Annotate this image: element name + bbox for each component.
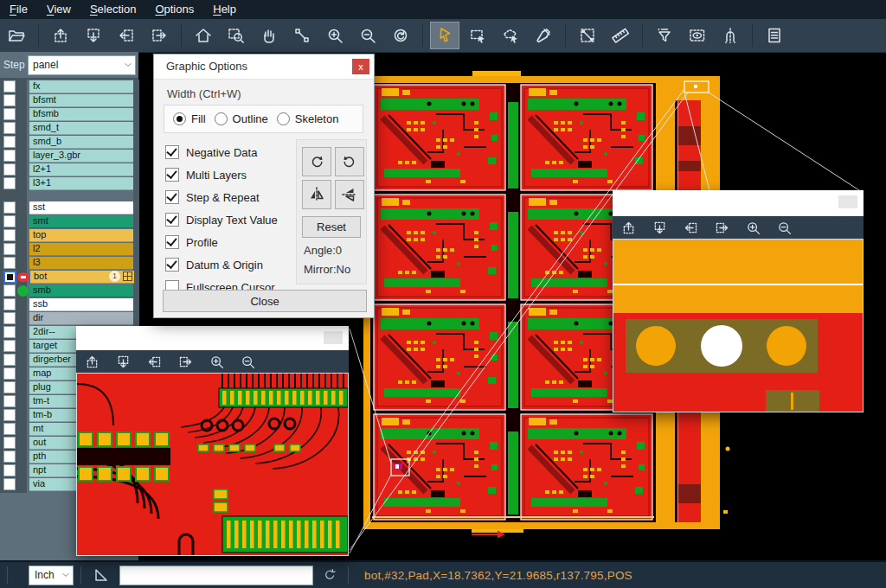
layer-visibility-checkbox[interactable] [3,409,16,421]
layer-visibility-checkbox[interactable] [3,464,16,476]
zoom-previous-tool[interactable] [386,22,415,49]
radio-outline[interactable]: Outline [215,112,268,125]
layer-visibility-checkbox[interactable] [3,395,16,407]
pan-down-tool[interactable] [79,22,108,49]
pan-right-tool[interactable] [709,216,735,239]
layer-visibility-checkbox[interactable] [3,340,16,352]
zoom-out-tool[interactable] [234,350,260,373]
home-tool[interactable] [189,22,218,49]
checkbox-multi-layers[interactable]: Multi Layers [165,163,295,186]
layer-name-field[interactable]: bot1 [30,271,134,284]
zoom-window-tool[interactable] [222,22,251,49]
layer-visibility-checkbox[interactable] [3,201,16,214]
refresh-icon[interactable] [322,567,337,583]
layer-name-field[interactable]: sst [29,201,133,214]
pan-right-tool[interactable] [144,22,174,49]
layer-visibility-checkbox[interactable] [3,298,16,310]
layer-visibility-checkbox[interactable] [3,215,16,227]
filter-tool[interactable] [650,22,679,49]
menu-file[interactable]: File [0,0,37,19]
layer-name-field[interactable]: l2+1 [29,163,133,176]
layer-name-field[interactable]: smb [29,284,133,297]
brush-clear-tool[interactable] [529,22,558,49]
menu-options[interactable]: Options [145,0,203,19]
rotate-ccw-button[interactable] [335,147,364,176]
layer-visibility-checkbox[interactable] [3,368,16,380]
report-tool[interactable] [760,22,789,49]
zoom-out-tool[interactable] [771,216,797,239]
flip-h-button[interactable] [302,180,331,209]
reset-button[interactable]: Reset [302,216,361,238]
zoom-in-tool[interactable] [203,350,229,373]
layer-visibility-checkbox[interactable] [3,326,16,338]
ruler-tool[interactable] [606,22,635,49]
pan-left-tool[interactable] [677,216,703,239]
radio-skeleton[interactable]: Skeleton [277,112,339,125]
window-button[interactable] [324,331,343,344]
layer-name-field[interactable]: l2 [29,243,133,256]
magnifier-window-top-right[interactable] [613,190,864,412]
window-title-bar[interactable] [76,326,349,350]
layer-visibility-checkbox[interactable] [3,354,16,366]
menu-view[interactable]: View [37,0,80,19]
layer-visibility-checkbox[interactable] [3,381,16,393]
checkbox-step-repeat[interactable]: Step & Repeat [165,186,295,208]
layer-visibility-checkbox[interactable] [3,423,16,435]
window-title-bar[interactable] [613,190,864,216]
step-select[interactable]: panel [28,55,136,75]
checkbox-display-text-value[interactable]: Display Text Value [165,208,295,231]
layer-name-field[interactable]: smt [29,215,133,228]
layer-visibility-checkbox[interactable] [3,229,16,241]
rotate-cw-button[interactable] [302,147,331,176]
layer-name-field[interactable]: l3 [29,257,133,270]
move-vertex-tool[interactable] [287,22,317,49]
layer-visibility-checkbox[interactable] [3,122,16,134]
layer-visibility-checkbox[interactable] [3,94,16,106]
layer-name-field[interactable]: bfsmb [29,108,133,121]
layer-visibility-checkbox[interactable] [3,80,16,93]
menu-help[interactable]: Help [203,0,246,19]
pan-left-tool[interactable] [141,350,167,373]
layer-visibility-checkbox[interactable] [3,257,16,269]
pan-left-tool[interactable] [112,22,141,49]
rect-select-tool[interactable] [463,22,492,49]
layer-name-field[interactable]: top [29,229,133,242]
layer-name-field[interactable]: smd_b [29,136,133,149]
pan-up-tool[interactable] [615,216,641,239]
layer-visibility-checkbox[interactable] [3,150,16,162]
layer-visibility-checkbox[interactable] [3,136,16,148]
angle-tool-icon[interactable] [92,566,111,585]
pan-down-tool[interactable] [646,216,672,239]
layer-visibility-checkbox[interactable] [3,163,16,176]
layer-visibility-checkbox[interactable] [3,177,16,189]
zoom-in-tool[interactable] [320,22,350,49]
measure-distance-tool[interactable] [573,22,602,49]
layer-visibility-checkbox[interactable] [3,243,16,255]
layer-visibility-checkbox[interactable] [3,478,16,490]
dialog-title-bar[interactable]: Graphic Options x [154,54,374,80]
layer-visibility-checkbox[interactable] [3,451,16,463]
select-cursor-tool[interactable] [430,22,459,49]
layer-visibility-checkbox[interactable] [3,108,16,120]
checkbox-datum-origin[interactable]: Datum & Origin [165,253,295,276]
poly-select-tool[interactable] [496,22,525,49]
layer-name-field[interactable]: layer_3.gbr [29,150,133,163]
layer-visibility-checkbox[interactable] [3,312,16,324]
zoom-in-tool[interactable] [740,216,766,239]
pan-up-tool[interactable] [46,22,75,49]
pan-right-tool[interactable] [172,350,198,373]
layer-name-field[interactable]: ssb [29,298,133,311]
unit-select[interactable]: Inch [29,566,74,585]
pan-down-tool[interactable] [110,350,136,373]
zoom-out-tool[interactable] [353,22,382,49]
open-folder-tool[interactable] [2,22,31,49]
flip-v-button[interactable] [335,180,364,209]
layer-name-field[interactable]: dir [29,312,133,325]
view-frame-tool[interactable] [683,22,712,49]
pan-hand-tool[interactable] [254,22,284,49]
layer-name-field[interactable]: bfsmt [29,94,133,107]
snap-search-tool[interactable] [716,22,745,49]
pan-up-tool[interactable] [79,350,105,373]
layer-visibility-checkbox[interactable] [3,437,16,449]
layer-visibility-checkbox[interactable] [3,271,16,284]
